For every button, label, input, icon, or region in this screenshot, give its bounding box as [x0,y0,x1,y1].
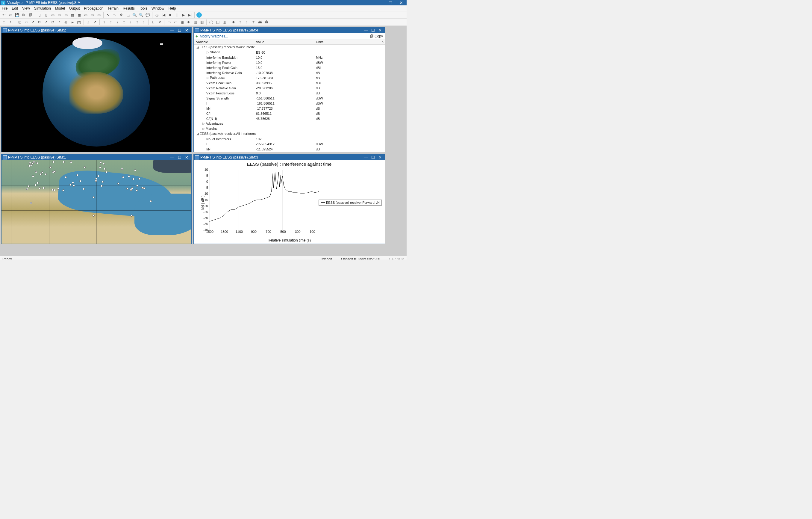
watch-row[interactable]: Victim Peak Gain38.693995dBi [194,80,385,85]
panel-min-button[interactable]: — [169,28,176,33]
open-icon[interactable]: ▭ [8,12,13,18]
save-icon[interactable]: 💾 [14,12,20,18]
copy-button[interactable]: 🗐 Copy [370,34,383,38]
chat-icon[interactable]: 💬 [145,12,150,18]
panel-close-button[interactable]: ✕ [377,155,383,160]
plus-icon[interactable]: + [196,34,198,39]
out-icon[interactable]: ↗ [157,20,162,25]
export-icon[interactable]: ↗ [92,20,97,25]
map-view[interactable] [1,160,191,244]
watch-row[interactable]: Interfering Power10.0dBW [194,60,385,65]
watch-row[interactable]: ▷Margins [194,126,385,131]
watch-row[interactable]: C/(N+I)43.75628dB [194,116,385,121]
relay4-icon[interactable]: ⟟ [121,20,127,25]
hand-icon[interactable]: ✥ [119,12,124,18]
watch-row[interactable]: Signal Strength-151.566511dBW [194,95,385,101]
arrow2-icon[interactable]: ↗ [44,20,49,25]
watch-row[interactable]: ▷Path Loss176.381381dB [194,75,385,80]
relay-icon[interactable]: ⟟ [102,20,107,25]
col-value[interactable]: Value [256,40,316,44]
panel-max-button[interactable]: ☐ [176,155,183,160]
panel-max-button[interactable]: ☐ [176,28,183,33]
sat1-icon[interactable]: ⚹ [63,20,68,25]
menu-view[interactable]: View [22,6,30,10]
rewind-icon[interactable]: |◀ [161,12,166,18]
net2-icon[interactable]: ⟟ [244,20,250,25]
db-icon[interactable]: ▭ [166,20,172,25]
menu-terrain[interactable]: Terrain [108,6,119,10]
screen-icon[interactable]: ▭ [50,12,55,18]
grid-icon[interactable]: ▦ [70,12,75,18]
watch-row[interactable]: ◢EESS (passive) receiver.Worst Interfe..… [194,45,385,50]
menu-tools[interactable]: Tools [139,6,147,10]
zoom-box-icon[interactable]: ⬚ [125,12,130,18]
menu-output[interactable]: Output [69,6,80,10]
globe-view[interactable] [1,33,191,152]
watch-row[interactable]: C/I55.654312dB [194,152,385,152]
fastfwd-icon[interactable]: ▶| [187,12,193,18]
panel-min-button[interactable]: — [362,155,370,160]
watch-row[interactable]: ◢EESS (passive) receiver.All Interferers [194,131,385,136]
menu-model[interactable]: Model [55,6,65,10]
relay7-icon[interactable]: ⟟ [141,20,146,25]
plus-icon[interactable]: ✚ [231,20,236,25]
menu-file[interactable]: File [2,6,7,10]
panel-header[interactable]: P-MP FS into EESS (passive).SIM:3 —☐✕ [194,154,385,160]
watch-row[interactable]: Interfering Bandwidth10.0MHz [194,55,385,60]
net-icon[interactable]: ⟟ [237,20,243,25]
watch-row[interactable]: Victim Feeder Loss0.0dB [194,90,385,95]
menu-propagation[interactable]: Propagation [84,6,104,10]
arrow-icon[interactable]: ↖ [106,12,111,18]
watch-row[interactable]: C/I61.566511dB [194,111,385,116]
relay5-icon[interactable]: ⟟ [128,20,133,25]
menu-simulation[interactable]: Simulation [34,6,51,10]
panel-min-button[interactable]: — [362,28,370,33]
minimize-button[interactable]: — [375,0,384,5]
info-icon[interactable]: i [196,12,202,18]
relay6-icon[interactable]: ⟟ [135,20,140,25]
panel-max-button[interactable]: ☐ [370,155,377,160]
watch-row[interactable]: I-155.654312dBW [194,141,385,146]
scroll-up-icon[interactable]: ∧ [381,40,385,44]
panel-close-button[interactable]: ✕ [183,155,190,160]
device-icon[interactable]: ▭ [24,20,29,25]
clock-icon[interactable]: ◷ [154,12,160,18]
pause-icon[interactable]: || [174,12,179,18]
panel-close-button[interactable]: ✕ [183,28,190,33]
new-icon[interactable]: ↶ [1,12,7,18]
sum-icon[interactable]: Σ [150,20,156,25]
window-icon[interactable]: ▯ [37,12,42,18]
panel-max-button[interactable]: ☐ [370,28,377,33]
watch-row[interactable]: ▷Advantages [194,121,385,126]
screen2-icon[interactable]: ▭ [57,12,62,18]
screen3-icon[interactable]: ▭ [63,12,68,18]
plot-area[interactable] [209,170,319,230]
watch-row[interactable]: I/N-11.825524dB [194,146,385,152]
menu-window[interactable]: Window [151,6,164,10]
calc-icon[interactable]: ▦ [179,20,185,25]
layer-icon[interactable]: ◫ [215,20,220,25]
menu-help[interactable]: Help [169,6,176,10]
sigma-icon[interactable]: Σ [86,20,91,25]
panel-min-button[interactable]: — [169,155,176,160]
menu-edit[interactable]: Edit [12,6,18,10]
close-button[interactable]: ✕ [397,0,405,5]
layer2-icon[interactable]: ◫ [222,20,227,25]
table-icon[interactable]: ▦ [76,12,82,18]
chart-icon[interactable]: ▥ [193,20,198,25]
tower-icon[interactable]: ⍑ [251,20,256,25]
bldg-icon[interactable]: 🏛 [264,20,269,25]
dot-icon[interactable]: • [8,20,13,25]
link-icon[interactable]: ↗ [30,20,36,25]
monitor2-icon[interactable]: ▭ [96,12,102,18]
pointer-icon[interactable]: ↖ [112,12,117,18]
expr-icon[interactable]: {x} [76,20,82,25]
antenna-icon[interactable]: ⟟ [1,20,7,25]
panel-header[interactable]: P-MP FS into EESS (passive).SIM:1 —☐✕ [1,154,191,160]
connect-icon[interactable]: ⟳ [37,20,42,25]
col-units[interactable]: Units [316,40,381,44]
watch-row[interactable]: I-161.566511dBW [194,101,385,106]
zoom-out-icon[interactable]: 🔍 [138,12,144,18]
panel-header[interactable]: P-MP FS into EESS (passive).SIM:2 —☐✕ [1,27,191,33]
city-icon[interactable]: 🏙 [257,20,263,25]
